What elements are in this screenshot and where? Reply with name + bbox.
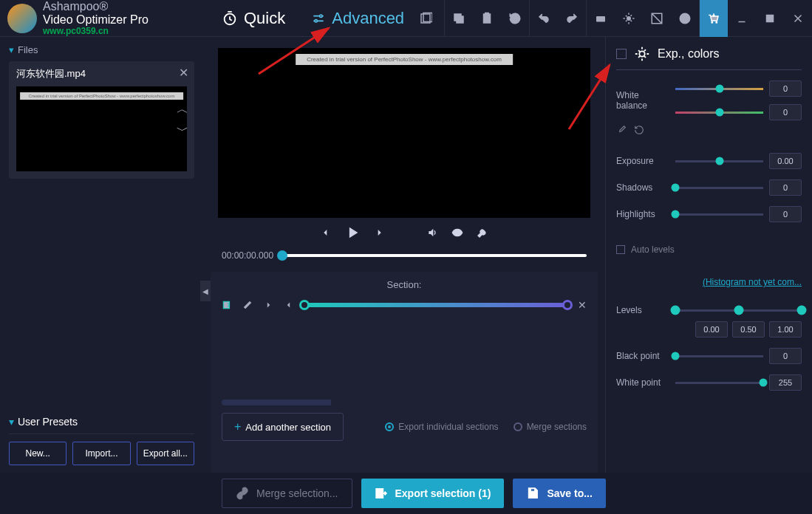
file-remove-button[interactable]: ✕ <box>179 66 188 80</box>
app-logo-area: Ashampoo® Video Optimizer Pro www.pc0359… <box>0 0 203 35</box>
preset-import-button[interactable]: Import... <box>72 442 130 465</box>
minimize-button[interactable] <box>728 0 756 37</box>
file-down-button[interactable]: ﹀ <box>177 123 188 139</box>
tint-slider[interactable] <box>675 112 763 114</box>
section-remove-button[interactable]: ✕ <box>578 299 587 311</box>
black-point-slider[interactable] <box>675 355 763 357</box>
temperature-value[interactable]: 0 <box>769 80 802 97</box>
compare-button[interactable] <box>643 0 671 37</box>
levels-low[interactable]: 0.00 <box>695 321 728 337</box>
merge-selection-button[interactable]: Merge selection... <box>222 479 352 508</box>
preset-new-button[interactable]: New... <box>9 442 66 465</box>
volume-button[interactable] <box>426 227 438 241</box>
reset-button[interactable] <box>501 0 529 37</box>
video-preview: Created in trial version of PerfectPhoto… <box>218 48 590 218</box>
link-icon <box>236 487 249 500</box>
tab-quick[interactable]: Quick <box>218 0 289 36</box>
tint-value[interactable]: 0 <box>769 104 802 120</box>
subtitle-button[interactable] <box>587 0 615 37</box>
levels-slider[interactable] <box>675 309 802 312</box>
preview-toggle-button[interactable] <box>451 227 463 241</box>
highlights-value[interactable]: 0 <box>769 206 802 222</box>
export-icon <box>375 487 388 500</box>
shadows-label: Shadows <box>616 182 669 193</box>
white-balance-label: White balance <box>616 90 669 111</box>
svg-rect-12 <box>767 15 774 21</box>
brand-name: Ashampoo® <box>43 0 149 13</box>
export-selection-button[interactable]: Export selection (1) <box>361 479 505 508</box>
white-point-value[interactable]: 255 <box>769 374 802 391</box>
presets-header[interactable]: ▾ User Presets <box>9 410 194 434</box>
save-to-button[interactable]: Save to... <box>513 479 605 508</box>
save-icon <box>526 487 539 500</box>
close-button[interactable] <box>784 0 812 37</box>
white-point-slider[interactable] <box>675 382 763 384</box>
copy-button[interactable] <box>445 0 473 37</box>
merge-sections-radio[interactable]: Merge sections <box>514 422 587 432</box>
auto-levels-checkbox[interactable]: Auto levels <box>616 244 802 255</box>
reset-wb-icon[interactable] <box>634 125 644 135</box>
section-range-slider[interactable] <box>304 303 567 307</box>
file-name: 河东软件园.mp4 <box>9 61 194 86</box>
svg-point-13 <box>456 231 459 234</box>
cart-button[interactable] <box>700 0 728 37</box>
section-scrollbar[interactable] <box>222 400 587 405</box>
shadows-slider[interactable] <box>675 187 763 189</box>
black-point-label: Black point <box>616 351 669 361</box>
exp-colors-checkbox[interactable] <box>616 49 627 59</box>
svg-point-15 <box>639 51 644 56</box>
svg-rect-9 <box>596 16 605 22</box>
shadows-value[interactable]: 0 <box>769 179 802 196</box>
redo-button[interactable] <box>558 0 586 37</box>
info-button[interactable] <box>671 0 699 37</box>
trial-banner: Created in trial version of PerfectPhoto… <box>296 54 513 65</box>
histogram-link[interactable]: (Histogram not yet com... <box>616 277 802 287</box>
exposure-value[interactable]: 0.00 <box>769 153 802 169</box>
app-title: Video Optimizer Pro <box>43 13 149 27</box>
maximize-button[interactable] <box>756 0 784 37</box>
timeline-slider[interactable] <box>282 254 587 257</box>
settings-button[interactable] <box>615 0 643 37</box>
undo-button[interactable] <box>530 0 558 37</box>
sliders-icon <box>311 11 326 26</box>
highlights-label: Highlights <box>616 209 669 219</box>
next-frame-button[interactable] <box>373 227 385 241</box>
files-header[interactable]: ▾ Files <box>9 44 194 55</box>
timer-icon <box>222 10 238 27</box>
section-next-button[interactable] <box>263 300 273 310</box>
sun-icon <box>634 46 650 62</box>
levels-mid[interactable]: 0.50 <box>732 321 765 337</box>
svg-point-2 <box>315 19 317 21</box>
preset-export-button[interactable]: Export all... <box>137 442 194 465</box>
prev-frame-button[interactable] <box>320 227 332 241</box>
black-point-value[interactable]: 0 <box>769 348 802 364</box>
file-item[interactable]: 河东软件园.mp4 ✕ Created in trial version of … <box>9 61 194 179</box>
section-in-button[interactable] <box>222 300 232 310</box>
temperature-slider[interactable] <box>675 88 763 90</box>
file-up-button[interactable]: ︿ <box>177 102 188 117</box>
levels-high[interactable]: 1.00 <box>769 321 802 337</box>
expand-icon[interactable] <box>419 12 432 25</box>
paste-button[interactable] <box>473 0 501 37</box>
svg-point-1 <box>320 15 322 17</box>
white-point-label: White point <box>616 377 669 388</box>
collapse-left-button[interactable]: ◀ <box>200 281 211 301</box>
section-label: Section: <box>222 279 587 290</box>
export-individual-radio[interactable]: Export individual sections <box>385 422 498 432</box>
exposure-label: Exposure <box>616 156 669 166</box>
svg-rect-6 <box>454 14 461 21</box>
edit-icon[interactable] <box>242 300 253 310</box>
add-section-button[interactable]: + Add another section <box>222 413 344 441</box>
eyedropper-icon[interactable] <box>616 125 627 135</box>
tools-button[interactable] <box>477 227 488 241</box>
file-thumbnail: Created in trial version of PerfectPhoto… <box>16 86 187 171</box>
svg-point-10 <box>627 16 631 20</box>
play-button[interactable] <box>345 225 360 243</box>
tab-advanced[interactable]: Advanced <box>307 0 408 36</box>
svg-rect-8 <box>485 13 489 15</box>
timecode: 00:00:00.000 <box>222 250 273 261</box>
highlights-slider[interactable] <box>675 213 763 216</box>
section-prev-button[interactable] <box>284 300 294 310</box>
exposure-slider[interactable] <box>675 160 763 162</box>
logo-icon <box>7 4 37 33</box>
